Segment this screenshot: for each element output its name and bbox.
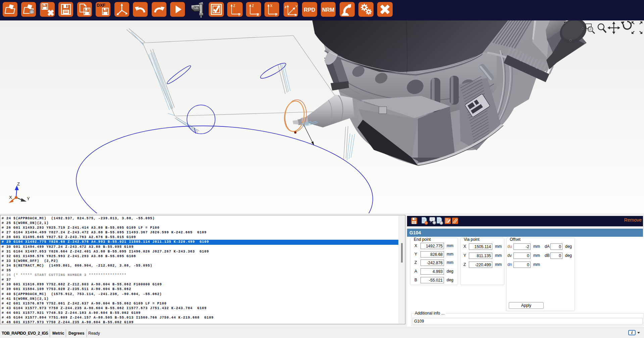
svg-text:NRM: NRM (322, 7, 334, 13)
svg-text:RPD: RPD (304, 7, 315, 13)
svg-text:Z: Z (17, 181, 20, 186)
svg-text:Z: Z (252, 4, 254, 8)
svg-text:X: X (270, 4, 273, 8)
svg-text:Y: Y (295, 4, 298, 8)
svg-text:X: X (9, 195, 12, 200)
svg-text:Z: Z (285, 5, 287, 9)
svg-text:X: X (295, 13, 297, 17)
svg-text:DXF: DXF (97, 3, 105, 8)
svg-text:X: X (257, 13, 259, 17)
svg-text:Y: Y (275, 13, 277, 17)
svg-text:Z: Z (233, 4, 235, 8)
svg-text:Y: Y (27, 196, 30, 201)
svg-text:Y: Y (238, 13, 240, 17)
